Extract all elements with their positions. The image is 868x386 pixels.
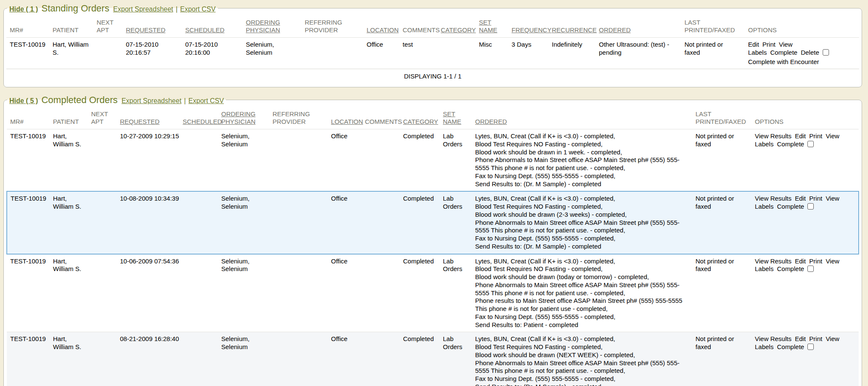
edit-link[interactable]: Edit (748, 41, 759, 48)
completed-export-spreadsheet-link[interactable]: Export Spreadsheet (122, 97, 181, 104)
col-header-mr: MR# (6, 14, 53, 38)
cell-ordering-physician: Selenium, Selenium (221, 191, 273, 254)
order-checkbox[interactable] (807, 203, 814, 210)
cell-set-name: Misc (479, 38, 512, 69)
col-header-set-name[interactable]: SET NAME (479, 14, 512, 38)
cell-recurrence: Indefinitely (552, 38, 599, 69)
cell-referring-provider (305, 38, 367, 69)
cell-options: View ResultsEditPrintView LabelsComplete (755, 254, 859, 332)
col-header-next-apt: NEXT APT (97, 14, 126, 38)
view-results-link[interactable]: View Results (755, 132, 791, 140)
complete-with-encounter-link[interactable]: Complete with Encounter (748, 58, 856, 66)
col-header-patient: PATIENT (53, 14, 97, 38)
standing-orders-legend: Hide ( 1 ) Standing Orders Export Spread… (7, 3, 218, 14)
col-header-scheduled[interactable]: SCHEDULED (183, 106, 221, 129)
cell-ordered: Lytes, BUN, Creat (Call if K+ is <3.0) -… (475, 129, 696, 192)
standing-orders-table: MR# PATIENT NEXT APT REQUESTED SCHEDULED… (6, 14, 859, 69)
cell-location: Office (331, 254, 365, 332)
col-header-frequency[interactable]: FREQUENCY (512, 14, 552, 38)
cell-last-printed-faxed: Not printed or faxed (696, 191, 755, 254)
standing-export-csv-link[interactable]: Export CSV (180, 6, 216, 13)
col-header-ordering-physician[interactable]: ORDERING PHYSICIAN (246, 14, 305, 38)
col-header-category[interactable]: CATEGORY (403, 106, 443, 129)
col-header-category[interactable]: CATEGORY (441, 14, 479, 38)
order-checkbox[interactable] (807, 266, 814, 272)
completed-export-csv-link[interactable]: Export CSV (189, 97, 224, 104)
print-link[interactable]: Print (809, 257, 822, 265)
col-header-scheduled[interactable]: SCHEDULED (185, 14, 246, 38)
delete-link[interactable]: Delete (801, 49, 819, 56)
edit-link[interactable]: Edit (795, 195, 806, 202)
cell-patient: Hart, William S. (53, 254, 91, 332)
standing-order-row: TEST-10019 Hart, William S. 07-15-2010 2… (6, 38, 859, 69)
print-link[interactable]: Print (809, 132, 822, 140)
cell-location: Office (367, 38, 403, 69)
completed-orders-legend: Hide ( 5 ) Completed Orders Export Sprea… (7, 94, 226, 106)
complete-link[interactable]: Complete (777, 203, 804, 210)
standing-export-spreadsheet-link[interactable]: Export Spreadsheet (113, 6, 173, 13)
cell-category: Completed (403, 332, 443, 386)
print-link[interactable]: Print (809, 195, 822, 202)
cell-patient: Hart, William S. (53, 129, 91, 192)
col-header-last-printed-faxed: LAST PRINTED/FAXED (684, 14, 748, 38)
cell-scheduled (183, 191, 221, 254)
print-link[interactable]: Print (762, 41, 776, 48)
cell-comments (365, 191, 403, 254)
col-header-set-name[interactable]: SET NAME (443, 106, 475, 129)
col-header-ordered[interactable]: ORDERED (599, 14, 684, 38)
col-header-next-apt: NEXT APT (91, 106, 120, 129)
view-results-link[interactable]: View Results (755, 195, 791, 202)
col-header-requested[interactable]: REQUESTED (120, 106, 183, 129)
cell-next-apt (91, 332, 120, 386)
legend-divider: | (176, 6, 178, 13)
completed-order-row: TEST-10019 Hart, William S. 10-06-2009 0… (7, 254, 859, 332)
complete-link[interactable]: Complete (770, 49, 797, 56)
order-checkbox[interactable] (807, 344, 814, 350)
col-header-last-printed-faxed: LAST PRINTED/FAXED (696, 106, 755, 129)
completed-order-row-selected: TEST-10019 Hart, William S. 10-08-2009 1… (7, 191, 859, 254)
print-link[interactable]: Print (809, 335, 822, 342)
standing-orders-section: Hide ( 1 ) Standing Orders Export Spread… (3, 3, 862, 87)
col-header-requested[interactable]: REQUESTED (126, 14, 185, 38)
col-header-ordered[interactable]: ORDERED (475, 106, 696, 129)
cell-next-apt (97, 38, 126, 69)
col-header-location[interactable]: LOCATION (367, 14, 403, 38)
cell-ordered: Lytes, BUN, Creat (Call if K+ is <3.0) -… (475, 191, 696, 254)
cell-patient: Hart, William S. (53, 191, 91, 254)
standing-orders-title: Standing Orders (42, 3, 109, 14)
cell-location: Office (331, 191, 365, 254)
col-header-recurrence[interactable]: RECURRENCE (552, 14, 599, 38)
col-header-referring-provider: REFERRING PROVIDER (273, 106, 331, 129)
col-header-location[interactable]: LOCATION (331, 106, 365, 129)
cell-last-printed-faxed: Not printed or faxed (696, 129, 755, 192)
view-results-link[interactable]: View Results (755, 257, 791, 265)
cell-patient: Hart, William S. (53, 38, 97, 69)
cell-requested: 10-27-2009 10:29:15 (120, 129, 183, 192)
completed-order-row: TEST-10019 Hart, William S. 08-21-2009 1… (7, 332, 859, 386)
completed-orders-section: Hide ( 5 ) Completed Orders Export Sprea… (3, 94, 862, 386)
cell-category: Completed (403, 191, 443, 254)
view-results-link[interactable]: View Results (755, 335, 791, 342)
complete-link[interactable]: Complete (777, 343, 804, 350)
col-header-ordering-physician[interactable]: ORDERING PHYSICIAN (221, 106, 273, 129)
completed-order-row: TEST-10019 Hart, William S. 10-27-2009 1… (7, 129, 859, 192)
edit-link[interactable]: Edit (795, 257, 806, 265)
cell-comments (365, 332, 403, 386)
cell-options: View ResultsEditPrintView LabelsComplete (755, 191, 859, 254)
standing-hide-link[interactable]: Hide ( 1 ) (9, 6, 38, 13)
cell-referring-provider (273, 191, 331, 254)
edit-link[interactable]: Edit (795, 132, 806, 140)
completed-hide-link[interactable]: Hide ( 5 ) (9, 97, 38, 104)
cell-mr: TEST-10019 (7, 254, 53, 332)
complete-link[interactable]: Complete (777, 140, 804, 148)
cell-ordered: Other Ultrasound: (test) - pending (599, 38, 684, 69)
cell-ordering-physician: Selenium, Selenium (221, 129, 273, 192)
standing-header-row: MR# PATIENT NEXT APT REQUESTED SCHEDULED… (6, 14, 859, 38)
edit-link[interactable]: Edit (795, 335, 806, 342)
cell-last-printed-faxed: Not printed or faxed (696, 332, 755, 386)
cell-requested: 08-21-2009 16:28:40 (120, 332, 183, 386)
complete-link[interactable]: Complete (777, 265, 804, 272)
order-checkbox[interactable] (807, 141, 814, 147)
order-checkbox[interactable] (823, 49, 829, 56)
cell-last-printed-faxed: Not printed or faxed (684, 38, 748, 69)
